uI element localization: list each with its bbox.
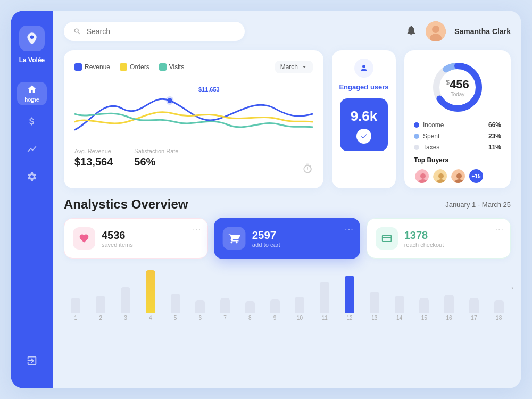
- analytics-date: January 1 - March 25: [445, 201, 511, 209]
- bar-item: [66, 298, 86, 313]
- bar-item: [364, 292, 384, 313]
- satisfaction-stat: Satisfaction Rate 56%: [134, 148, 178, 168]
- saved-items-value: 4536: [102, 229, 133, 242]
- month-selector[interactable]: March: [275, 61, 313, 73]
- bar-item: [265, 299, 285, 313]
- saved-items-label: saved items: [102, 242, 133, 248]
- cart-value: 2597: [252, 229, 280, 241]
- taxes-legend-item: Taxes 11%: [414, 144, 501, 151]
- saved-items-icon: [73, 227, 95, 250]
- engaged-count: 9.6k: [345, 108, 383, 124]
- sidebar-item-finance[interactable]: [17, 110, 47, 133]
- bar-item: [389, 296, 409, 313]
- checkout-icon: [376, 227, 398, 250]
- bar-chart-next-arrow[interactable]: →: [505, 282, 515, 294]
- bar-label: 14: [389, 315, 409, 321]
- revenue-card: $456 Today Income 66% Spent 23%: [404, 50, 511, 188]
- legend-orders: Orders: [120, 63, 149, 71]
- bar-label: 4: [140, 315, 160, 321]
- spent-legend-item: Spent 23%: [414, 132, 501, 140]
- cart-info: 2597 add to cart: [252, 229, 280, 248]
- header-right: Samantha Clark: [405, 21, 511, 41]
- active-indicator: [31, 101, 34, 103]
- search-input[interactable]: [87, 27, 235, 36]
- analytics-header: Analystics Overview January 1 - March 25: [64, 197, 511, 212]
- bar-label: 7: [215, 315, 235, 321]
- avg-revenue-value: $13,564: [74, 156, 113, 168]
- donut-amount: 456: [450, 78, 469, 91]
- taxes-pct: 11%: [488, 144, 501, 151]
- donut-period: Today: [446, 92, 469, 97]
- income-pct: 66%: [488, 121, 501, 129]
- sidebar-item-activity[interactable]: [17, 137, 47, 161]
- bar-label: 18: [489, 315, 509, 321]
- svg-point-10: [420, 173, 426, 179]
- revenue-legend: Income 66% Spent 23% Taxes 11%: [414, 121, 501, 151]
- legend-visits: Visits: [159, 63, 184, 71]
- top-buyers-label: Top Buyers: [414, 156, 501, 164]
- satisfaction-label: Satisfaction Rate: [134, 148, 178, 154]
- bar-chart: → 123456789101112131415161718: [64, 265, 511, 380]
- bar-labels: 123456789101112131415161718: [64, 315, 511, 321]
- spent-dot: [414, 134, 419, 139]
- bar-item: [315, 282, 335, 313]
- bar-item: [439, 295, 459, 313]
- bar-label: 12: [340, 315, 360, 321]
- donut-chart: $456 Today: [431, 61, 484, 114]
- bar-item: [215, 298, 235, 313]
- logout-button[interactable]: [21, 350, 43, 371]
- content-row: Revenue Orders Visits March: [64, 50, 511, 188]
- bar-item: [140, 270, 160, 313]
- bar-item: [190, 300, 210, 313]
- user-icon: [354, 59, 373, 78]
- bar-label: 17: [464, 315, 484, 321]
- add-to-cart-card: 2597 add to cart ···: [214, 218, 361, 259]
- bar-item: [116, 287, 136, 313]
- svg-point-2: [432, 26, 439, 33]
- bar-item: [464, 298, 484, 313]
- avg-revenue-label: Avg. Revenue: [74, 148, 113, 154]
- legend-dot-visits: [159, 63, 167, 71]
- buyer-3: [450, 168, 466, 184]
- chart-stats: Avg. Revenue $13,564 Satisfaction Rate 5…: [74, 148, 313, 168]
- bar-label: 1: [66, 315, 86, 321]
- checkout-value: 1378: [404, 229, 444, 242]
- legend-revenue: Revenue: [74, 63, 110, 71]
- buyers-avatars: +15: [414, 168, 501, 184]
- bar-chart-bars: →: [64, 265, 511, 313]
- bar-item: [290, 297, 310, 313]
- saved-items-menu[interactable]: ···: [193, 225, 201, 235]
- chart-area: $11,653: [74, 82, 313, 140]
- sidebar-item-settings[interactable]: [17, 165, 47, 188]
- bar-label: 16: [439, 315, 459, 321]
- chart-price-label: $11,653: [198, 86, 218, 93]
- bar-label: 6: [190, 315, 210, 321]
- bar-label: 11: [315, 315, 335, 321]
- bar-label: 15: [414, 315, 434, 321]
- saved-items-info: 4536 saved items: [102, 229, 133, 248]
- satisfaction-value: 56%: [134, 156, 178, 168]
- income-legend-item: Income 66%: [414, 121, 501, 129]
- search-bar[interactable]: [64, 22, 245, 41]
- notification-bell[interactable]: [405, 24, 417, 39]
- bar-label: 9: [265, 315, 285, 321]
- checkout-info: 1378 reach checkout: [404, 229, 444, 248]
- avatar: [426, 21, 446, 41]
- sidebar: La Volée home: [11, 11, 53, 388]
- dashboard: La Volée home: [11, 11, 521, 388]
- svg-point-5: [166, 96, 173, 105]
- buyer-1: [414, 168, 430, 184]
- cart-menu[interactable]: ···: [345, 224, 354, 234]
- bar-label: 5: [165, 315, 185, 321]
- user-name: Samantha Clark: [454, 27, 511, 36]
- checkout-card: 1378 reach checkout ···: [367, 218, 511, 259]
- checkout-menu[interactable]: ···: [495, 225, 504, 235]
- analytics-title: Analystics Overview: [64, 197, 188, 212]
- bar-item: [240, 301, 260, 313]
- chart-svg: [74, 82, 313, 146]
- analytics-cards: 4536 saved items ··· 2597 add to cart ··…: [64, 218, 511, 259]
- sidebar-logo: [19, 26, 45, 51]
- avg-revenue-stat: Avg. Revenue $13,564: [74, 148, 113, 168]
- sidebar-item-home[interactable]: home: [17, 82, 47, 105]
- main-content: Samantha Clark Revenue Orders: [53, 11, 521, 388]
